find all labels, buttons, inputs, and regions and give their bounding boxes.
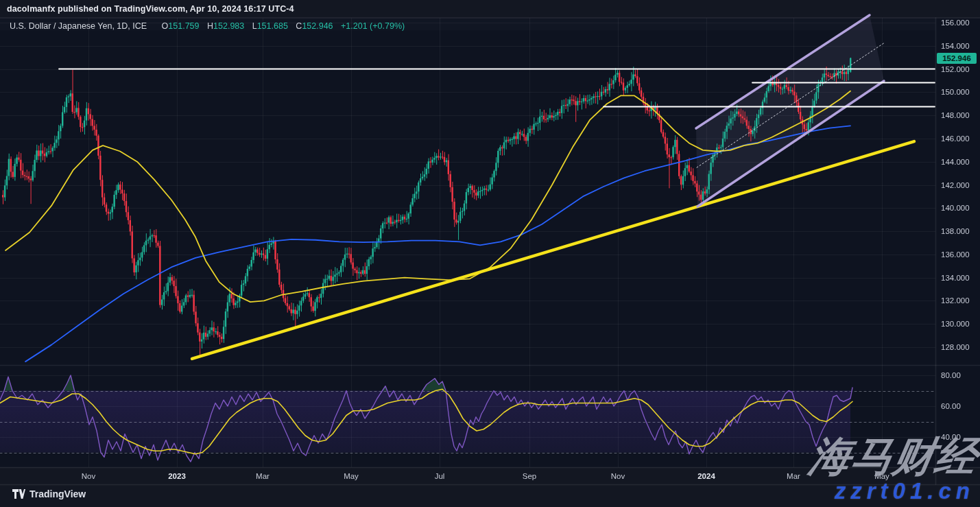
price-tick-label: 154.000 bbox=[941, 42, 970, 50]
price-tick-label: 152.000 bbox=[941, 65, 970, 73]
last-price-tag: 152.946 bbox=[937, 53, 977, 64]
tradingview-brand[interactable]: TradingView bbox=[29, 488, 86, 499]
publish-header: dacolmanfx published on TradingView.com,… bbox=[7, 4, 294, 14]
open-label: O bbox=[162, 21, 169, 31]
symbol-title[interactable]: U.S. Dollar / Japanese Yen, 1D, ICE bbox=[10, 21, 147, 31]
low-value: 151.685 bbox=[257, 21, 288, 31]
high-value: 152.983 bbox=[213, 21, 244, 31]
symbol-legend: U.S. Dollar / Japanese Yen, 1D, ICE O151… bbox=[10, 21, 405, 31]
change-value: +1.201 (+0.79%) bbox=[341, 21, 405, 31]
low-label: L bbox=[252, 21, 257, 31]
price-tick-label: 134.000 bbox=[941, 274, 970, 282]
price-tick-label: 142.000 bbox=[941, 181, 970, 189]
rsi-tick-label: 80.00 bbox=[941, 371, 961, 379]
high-label: H bbox=[207, 21, 213, 31]
time-tick-label: Nov bbox=[611, 472, 625, 480]
price-tick-label: 140.000 bbox=[941, 204, 970, 212]
price-tick-label: 138.000 bbox=[941, 227, 970, 235]
footer: TradingView bbox=[12, 488, 86, 499]
time-tick-label: Mar bbox=[256, 472, 270, 480]
price-tick-label: 132.000 bbox=[941, 296, 970, 305]
time-tick-label: Jul bbox=[435, 472, 445, 480]
price-tick-label: 136.000 bbox=[941, 250, 970, 259]
price-tick-label: 130.000 bbox=[941, 320, 970, 328]
time-tick-label: Mar bbox=[787, 472, 800, 480]
price-tick-label: 150.000 bbox=[941, 88, 970, 96]
close-value: 152.946 bbox=[302, 21, 333, 31]
watermark-url-text: zzrt01.cn bbox=[835, 480, 975, 502]
tradingview-logo-icon[interactable] bbox=[12, 488, 25, 499]
watermark-cn-text: 海马财经 bbox=[806, 436, 980, 477]
chart-canvas[interactable] bbox=[0, 0, 980, 507]
time-tick-label: Sep bbox=[523, 472, 536, 480]
price-tick-label: 156.000 bbox=[941, 19, 970, 27]
open-value: 151.759 bbox=[168, 21, 199, 31]
price-tick-label: 128.000 bbox=[941, 343, 970, 351]
tradingview-chart-screenshot: dacolmanfx published on TradingView.com,… bbox=[0, 0, 980, 507]
price-tick-label: 146.000 bbox=[941, 134, 970, 143]
price-tick-label: 148.000 bbox=[941, 111, 970, 119]
price-tick-label: 144.000 bbox=[941, 158, 970, 166]
time-tick-label: 2024 bbox=[697, 472, 715, 480]
time-tick-label: May bbox=[344, 472, 359, 480]
rsi-tick-label: 60.00 bbox=[941, 402, 961, 410]
time-tick-label: Nov bbox=[82, 472, 95, 480]
time-tick-label: 2023 bbox=[168, 472, 186, 480]
